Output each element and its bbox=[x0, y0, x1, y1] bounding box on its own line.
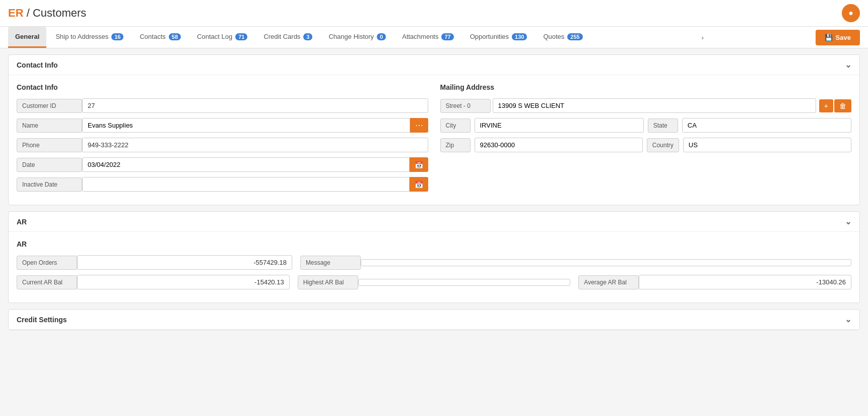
highest-ar-bal-field: Highest AR Bal bbox=[298, 275, 571, 289]
date-input[interactable] bbox=[82, 157, 410, 172]
name-dots-button[interactable]: ⋯ bbox=[410, 118, 428, 133]
date-label: Date bbox=[17, 158, 82, 172]
inactive-date-row: Inactive Date 📅 bbox=[17, 177, 428, 192]
highest-ar-bal-value[interactable] bbox=[358, 279, 571, 286]
tab-attachments[interactable]: Attachments 77 bbox=[395, 27, 461, 48]
main-content: Contact Info ⌄ Contact Info Customer ID … bbox=[0, 54, 868, 330]
tab-badge-quotes: 255 bbox=[567, 33, 582, 40]
user-avatar[interactable]: ● bbox=[842, 4, 860, 22]
message-value[interactable] bbox=[361, 259, 851, 266]
street-input[interactable] bbox=[493, 98, 816, 113]
contact-info-left-col: Contact Info Customer ID 27 Name ⋯ bbox=[17, 83, 428, 197]
ar-section-header[interactable]: AR ⌄ bbox=[9, 212, 859, 232]
contact-info-section: Contact Info ⌄ Contact Info Customer ID … bbox=[8, 54, 860, 205]
inactive-date-label: Inactive Date bbox=[17, 177, 82, 192]
credit-settings-section: Credit Settings ⌄ bbox=[8, 309, 860, 330]
street-add-button[interactable]: + bbox=[819, 99, 833, 112]
contact-info-subtitle: Contact Info bbox=[17, 83, 428, 91]
street-delete-button[interactable]: 🗑 bbox=[834, 99, 851, 112]
tab-quotes[interactable]: Quotes 255 bbox=[536, 27, 589, 48]
tab-contact-log[interactable]: Contact Log 71 bbox=[190, 27, 254, 48]
ar-section-body: AR Open Orders -557429.18 Message Curren… bbox=[9, 232, 859, 303]
current-ar-bal-label: Current AR Bal bbox=[17, 275, 77, 289]
city-label: City bbox=[440, 118, 471, 133]
phone-label: Phone bbox=[17, 138, 82, 152]
date-calendar-button[interactable]: 📅 bbox=[410, 157, 428, 172]
customer-id-row: Customer ID 27 bbox=[17, 98, 428, 113]
name-field-with-btn: ⋯ bbox=[82, 118, 428, 133]
tab-badge-attachments: 77 bbox=[441, 33, 453, 40]
open-orders-label: Open Orders bbox=[17, 256, 77, 270]
ar-subtitle: AR bbox=[17, 240, 851, 248]
zip-country-row: Zip Country bbox=[440, 138, 852, 152]
name-label: Name bbox=[17, 118, 82, 133]
name-input[interactable] bbox=[82, 118, 410, 133]
tab-badge-opportunities: 130 bbox=[512, 33, 527, 40]
tab-ship-to-addresses[interactable]: Ship to Addresses 16 bbox=[48, 27, 130, 48]
average-ar-bal-field: Average AR Bal -13040.26 bbox=[578, 275, 851, 289]
phone-row: Phone 949-333-2222 bbox=[17, 138, 428, 152]
tab-credit-cards[interactable]: Credit Cards 3 bbox=[256, 27, 319, 48]
mailing-address-subtitle: Mailing Address bbox=[440, 83, 852, 91]
state-input[interactable] bbox=[682, 118, 851, 133]
date-row: Date 📅 bbox=[17, 157, 428, 172]
tab-badge-contact-log: 71 bbox=[235, 33, 247, 40]
credit-settings-section-header[interactable]: Credit Settings ⌄ bbox=[9, 310, 859, 330]
open-orders-value[interactable]: -557429.18 bbox=[77, 255, 292, 270]
inactive-date-input[interactable] bbox=[82, 177, 410, 192]
country-label: Country bbox=[647, 138, 679, 152]
save-disk-icon: 💾 bbox=[825, 34, 833, 41]
header-bar: ER / Customers ● bbox=[0, 0, 868, 27]
name-row: Name ⋯ bbox=[17, 118, 428, 133]
mailing-address-right-col: Mailing Address Street - 0 + 🗑 City Stat… bbox=[440, 83, 852, 197]
tab-opportunities[interactable]: Opportunities 130 bbox=[463, 27, 535, 48]
ar-section-chevron-icon: ⌄ bbox=[845, 217, 851, 226]
street-label: Street - 0 bbox=[440, 99, 491, 113]
average-ar-bal-label: Average AR Bal bbox=[578, 275, 639, 289]
zip-label: Zip bbox=[440, 138, 471, 152]
city-input[interactable] bbox=[475, 118, 644, 133]
highest-ar-bal-label: Highest AR Bal bbox=[298, 275, 358, 289]
contact-info-section-header[interactable]: Contact Info ⌄ bbox=[9, 55, 859, 75]
message-label: Message bbox=[300, 256, 361, 270]
tab-badge-credit-cards: 3 bbox=[303, 33, 312, 40]
save-button[interactable]: 💾 Save bbox=[816, 30, 860, 45]
tab-change-history[interactable]: Change History 0 bbox=[321, 27, 393, 48]
inactive-date-field-with-btn: 📅 bbox=[82, 177, 428, 192]
tabs-bar: General Ship to Addresses 16 Contacts 58… bbox=[0, 27, 868, 48]
tab-badge-contacts: 58 bbox=[169, 33, 181, 40]
tab-badge-ship-to-addresses: 16 bbox=[111, 33, 123, 40]
city-state-row: City State bbox=[440, 118, 852, 133]
ar-row-2: Current AR Bal -15420.13 Highest AR Bal … bbox=[17, 275, 851, 289]
date-field-with-btn: 📅 bbox=[82, 157, 428, 172]
ar-row-1: Open Orders -557429.18 Message bbox=[17, 255, 851, 270]
contact-info-section-body: Contact Info Customer ID 27 Name ⋯ bbox=[9, 75, 859, 205]
customer-id-value[interactable]: 27 bbox=[82, 98, 428, 113]
customer-id-label: Customer ID bbox=[17, 99, 82, 113]
country-input[interactable] bbox=[683, 138, 851, 152]
ar-section: AR ⌄ AR Open Orders -557429.18 Message C… bbox=[8, 211, 860, 303]
zip-input[interactable] bbox=[475, 138, 643, 152]
tabs-more-chevron[interactable]: › bbox=[697, 28, 707, 47]
state-label: State bbox=[648, 118, 678, 133]
contact-info-two-col: Contact Info Customer ID 27 Name ⋯ bbox=[17, 83, 851, 197]
contact-info-chevron-icon: ⌄ bbox=[845, 60, 851, 70]
tab-contacts[interactable]: Contacts 58 bbox=[132, 27, 188, 48]
message-field: Message bbox=[300, 255, 851, 270]
open-orders-field: Open Orders -557429.18 bbox=[17, 255, 292, 270]
page-title: ER / Customers bbox=[8, 7, 86, 20]
street-row: Street - 0 + 🗑 bbox=[440, 98, 852, 113]
current-ar-bal-field: Current AR Bal -15420.13 bbox=[17, 275, 290, 289]
inactive-date-calendar-button[interactable]: 📅 bbox=[410, 177, 428, 192]
credit-settings-chevron-icon: ⌄ bbox=[845, 315, 851, 324]
current-ar-bal-value[interactable]: -15420.13 bbox=[77, 275, 290, 289]
phone-value[interactable]: 949-333-2222 bbox=[82, 138, 428, 152]
average-ar-bal-value[interactable]: -13040.26 bbox=[639, 275, 851, 289]
tab-general[interactable]: General bbox=[8, 27, 46, 48]
tab-badge-change-history: 0 bbox=[377, 33, 386, 40]
